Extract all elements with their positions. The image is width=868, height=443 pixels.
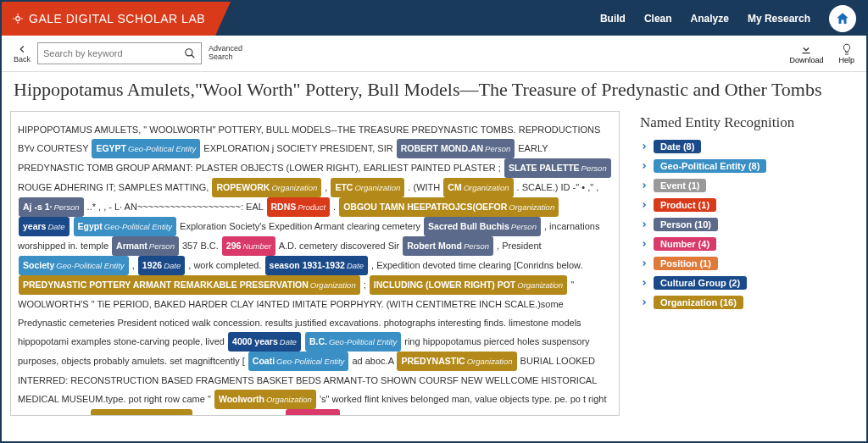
back-label: Back bbox=[14, 55, 31, 64]
ner-badge: Cultural Group (2) bbox=[654, 276, 747, 290]
nav-analyze[interactable]: Analyze bbox=[691, 13, 729, 25]
ner-badge: Number (4) bbox=[654, 237, 716, 251]
nav-my-research[interactable]: My Research bbox=[748, 13, 810, 25]
entity-tag[interactable]: EgyptGeo-Political Entity bbox=[74, 217, 176, 236]
ner-badge: Product (1) bbox=[654, 198, 716, 212]
help-button[interactable]: Help bbox=[838, 42, 854, 64]
entity-tag[interactable]: PREDYNASTICOrganization bbox=[397, 352, 516, 371]
home-button[interactable] bbox=[829, 5, 856, 32]
ner-item[interactable]: Organization (16) bbox=[640, 296, 851, 309]
ner-item[interactable]: Person (10) bbox=[640, 218, 851, 231]
ner-badge: Date (8) bbox=[654, 140, 701, 153]
ner-item[interactable]: Product (1) bbox=[640, 198, 851, 212]
ner-item[interactable]: Event (1) bbox=[640, 179, 851, 192]
home-icon bbox=[835, 11, 850, 26]
toolbar: Back Advanced Search Download Help bbox=[2, 36, 866, 72]
entity-tag[interactable]: CMOrganization bbox=[443, 178, 513, 197]
entity-tag[interactable]: OBGOU TAMN HEEPATROJCS(OEFOROrganization bbox=[339, 197, 559, 217]
download-icon bbox=[799, 42, 813, 56]
nav-build[interactable]: Build bbox=[600, 13, 626, 25]
ner-list: Date (8)Geo-Political Entity (8)Event (1… bbox=[640, 140, 851, 309]
entity-tag[interactable]: WoolworthOrganization bbox=[214, 390, 316, 409]
entity-tag[interactable]: Sacred Bull BuchisPerson bbox=[424, 217, 541, 236]
ner-badge: Position (1) bbox=[654, 257, 718, 270]
entity-tag[interactable]: 1926Date bbox=[138, 256, 185, 275]
entity-tag[interactable]: ArmantPerson bbox=[112, 236, 179, 256]
entity-tag[interactable]: season 1931-1932Date bbox=[265, 256, 368, 275]
nav-clean[interactable]: Clean bbox=[644, 13, 672, 25]
entity-tag[interactable]: CoatiGeo-Political Entity bbox=[248, 352, 349, 371]
entity-tag[interactable]: EGYPTGeo-Political Entity bbox=[92, 139, 200, 158]
help-icon bbox=[840, 42, 854, 56]
ner-badge: Event (1) bbox=[654, 179, 706, 192]
entity-tag[interactable]: ROPEWORKOrganization bbox=[212, 178, 321, 197]
entity-tag[interactable]: SLATE PALETTEPerson bbox=[504, 158, 611, 178]
svg-line-6 bbox=[192, 55, 195, 58]
entity-tag[interactable]: INCLUDING (LOWER RIGHT) POTOrganization bbox=[370, 275, 567, 295]
entity-tag[interactable]: Aj -s 1·Person bbox=[19, 197, 84, 217]
svg-point-0 bbox=[16, 17, 20, 21]
logo-icon bbox=[12, 13, 24, 25]
entity-tag[interactable]: halfNumber bbox=[286, 409, 340, 416]
search-icon[interactable] bbox=[184, 47, 196, 59]
ner-item[interactable]: Date (8) bbox=[640, 140, 851, 153]
ner-badge: Organization (16) bbox=[654, 296, 743, 309]
entity-tag[interactable]: Robert MondPerson bbox=[403, 236, 493, 256]
ner-badge: Person (10) bbox=[654, 218, 718, 231]
entity-tag[interactable]: RDNSProduct bbox=[267, 197, 331, 217]
entity-tag[interactable]: WoolworthOrganization bbox=[91, 409, 192, 416]
ner-item[interactable]: Geo-Political Entity (8) bbox=[640, 159, 851, 173]
entity-tag[interactable]: 4000 yearsDate bbox=[228, 332, 301, 352]
chevron-right-icon bbox=[640, 142, 648, 151]
chevron-right-icon bbox=[640, 240, 648, 248]
search-box bbox=[37, 42, 202, 64]
ner-sidebar: Named Entity Recognition Date (8)Geo-Pol… bbox=[633, 111, 858, 416]
ner-item[interactable]: Cultural Group (2) bbox=[640, 276, 851, 290]
sidebar-title: Named Entity Recognition bbox=[640, 114, 851, 131]
ner-badge: Geo-Political Entity (8) bbox=[654, 159, 766, 173]
chevron-right-icon bbox=[640, 298, 648, 307]
logo: GALE DIGITAL SCHOLAR LAB bbox=[2, 2, 231, 36]
chevron-right-icon bbox=[640, 259, 648, 268]
search-input[interactable] bbox=[43, 48, 184, 58]
entity-tag[interactable]: B.C.Geo-Political Entity bbox=[305, 332, 401, 352]
chevron-right-icon bbox=[640, 279, 648, 287]
main-nav: Build Clean Analyze My Research bbox=[600, 5, 866, 32]
chevron-right-icon bbox=[640, 220, 648, 229]
app-header: GALE DIGITAL SCHOLAR LAB Build Clean Ana… bbox=[2, 2, 866, 36]
advanced-search-link[interactable]: Advanced Search bbox=[209, 45, 242, 62]
logo-text: GALE DIGITAL SCHOLAR LAB bbox=[29, 12, 205, 25]
back-button[interactable]: Back bbox=[14, 43, 31, 64]
chevron-right-icon bbox=[640, 162, 648, 170]
entity-tag[interactable]: SocietyGeo-Political Entity bbox=[19, 256, 129, 275]
entity-tag[interactable]: PREDYNASTIC POTTERY ARMANT REMARKABLE PR… bbox=[19, 275, 360, 295]
entity-tag[interactable]: ROBERT MOND.ANPerson bbox=[397, 139, 515, 158]
chevron-right-icon bbox=[640, 181, 648, 190]
page-title: Hippopotamus Amulets,"Wool Worth" Potter… bbox=[2, 72, 866, 111]
ner-item[interactable]: Number (4) bbox=[640, 237, 851, 251]
download-button[interactable]: Download bbox=[789, 42, 823, 64]
chevron-left-icon bbox=[16, 43, 28, 55]
entity-tag[interactable]: 296Number bbox=[222, 236, 275, 256]
ner-item[interactable]: Position (1) bbox=[640, 257, 851, 270]
svg-point-5 bbox=[186, 49, 192, 56]
chevron-right-icon bbox=[640, 201, 648, 209]
annotated-text-panel: HIPPOPOTAMUS AMULETS, " WOOLWORTH" POTTE… bbox=[10, 111, 620, 416]
entity-tag[interactable]: yearsDate bbox=[19, 217, 70, 236]
entity-tag[interactable]: ETCOrganization bbox=[331, 178, 404, 197]
